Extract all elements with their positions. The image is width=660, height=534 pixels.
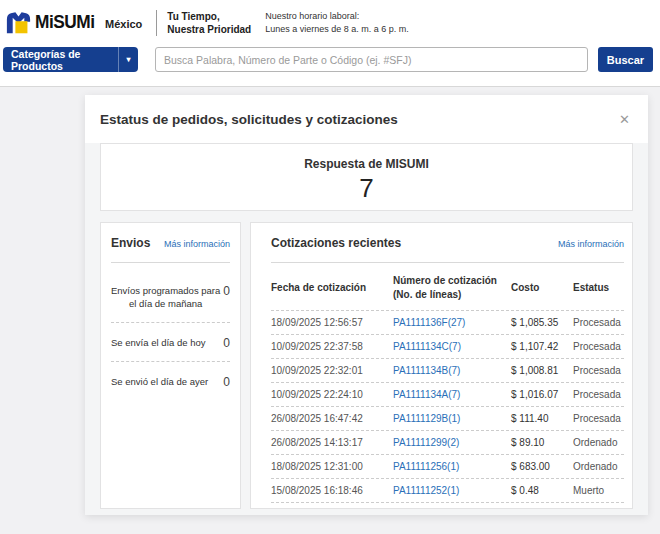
quote-number-link[interactable]: PA1111136F(27) bbox=[393, 317, 465, 328]
quotes-table-rows: 18/09/2025 12:56:57 PA1111136F(27) $ 1,0… bbox=[271, 310, 624, 503]
misumi-logo-icon bbox=[6, 11, 35, 35]
quote-cost: $ 111.40 bbox=[511, 413, 573, 424]
chevron-down-icon: ▾ bbox=[118, 47, 138, 72]
shipment-row-count: 0 bbox=[223, 336, 230, 350]
quote-cost: $ 683.00 bbox=[511, 461, 573, 472]
quote-row: 15/08/2025 16:18:46 PA11111252(1) $ 0.48… bbox=[271, 478, 624, 502]
quote-cost: $ 1,008.81 bbox=[511, 365, 573, 376]
quote-row: 26/08/2025 14:13:17 PA11111299(2) $ 89.1… bbox=[271, 430, 624, 454]
shipments-divider bbox=[111, 262, 230, 263]
popover-title: Estatus de pedidos, solicitudes y cotiza… bbox=[100, 112, 398, 127]
quote-row: 26/08/2025 16:47:42 PA1111129B(1) $ 111.… bbox=[271, 406, 624, 430]
response-label: Respuesta de MISUMI bbox=[101, 157, 632, 171]
quote-status: Procesada bbox=[573, 413, 624, 424]
shipment-row-count: 0 bbox=[223, 284, 230, 298]
quote-date: 18/08/2025 12:31:00 bbox=[271, 461, 393, 472]
quote-cost: $ 0.48 bbox=[511, 485, 573, 496]
quote-number-link[interactable]: PA1111129B(1) bbox=[393, 413, 460, 424]
quote-status: Ordenado bbox=[573, 437, 624, 448]
misumi-logo[interactable]: MiSUMi México bbox=[6, 11, 142, 35]
quote-status: Muerto bbox=[573, 485, 624, 496]
quote-number-link[interactable]: PA11111252(1) bbox=[393, 485, 459, 496]
quote-number-link[interactable]: PA1111134B(7) bbox=[393, 365, 460, 376]
response-count: 7 bbox=[101, 174, 632, 203]
quote-date: 10/09/2025 22:37:58 bbox=[271, 341, 393, 352]
quotes-more-info-link[interactable]: Más información bbox=[558, 239, 624, 249]
quote-date: 26/08/2025 14:13:17 bbox=[271, 437, 393, 448]
column-header-cost: Costo bbox=[511, 281, 573, 295]
quote-row: 10/09/2025 22:32:01 PA1111134B(7) $ 1,00… bbox=[271, 358, 624, 382]
quote-row: 10/09/2025 22:24:10 PA1111134A(7) $ 1,01… bbox=[271, 382, 624, 406]
business-hours: Nuestro horario laboral: Lunes a viernes… bbox=[265, 10, 409, 36]
brand-name: MiSUMi bbox=[35, 12, 95, 33]
shipments-more-info-link[interactable]: Más información bbox=[164, 239, 230, 249]
close-icon[interactable]: ✕ bbox=[617, 112, 632, 127]
quote-cost: $ 1,107.42 bbox=[511, 341, 573, 352]
quotes-title: Cotizaciones recientes bbox=[271, 236, 401, 250]
column-header-number: Número de cotización (No. de líneas) bbox=[393, 274, 511, 301]
quote-status: Procesada bbox=[573, 389, 624, 400]
shipment-row: Se envía el día de hoy 0 bbox=[111, 323, 230, 362]
search-button[interactable]: Buscar bbox=[598, 47, 653, 72]
shipments-rows: Envíos programados para el día de mañana… bbox=[111, 271, 230, 400]
shipment-row-label: Se envió el día de ayer bbox=[111, 375, 220, 388]
quote-cost: $ 89.10 bbox=[511, 437, 573, 448]
quote-number-link[interactable]: PA1111134C(7) bbox=[393, 341, 461, 352]
recent-quotes-card: Cotizaciones recientes Más información F… bbox=[250, 222, 633, 509]
popover-header: Estatus de pedidos, solicitudes y cotiza… bbox=[85, 95, 648, 143]
quote-row: 10/09/2025 22:37:58 PA1111134C(7) $ 1,10… bbox=[271, 334, 624, 358]
header-tagline: Tu Tiempo, Nuestra Prioridad bbox=[167, 10, 251, 36]
quotes-table-header: Fecha de cotización Número de cotización… bbox=[271, 274, 624, 310]
quote-cost: $ 1,016.07 bbox=[511, 389, 573, 400]
quote-number-link[interactable]: PA1111134A(7) bbox=[393, 389, 460, 400]
order-status-popover: Estatus de pedidos, solicitudes y cotiza… bbox=[85, 95, 648, 515]
search-input[interactable] bbox=[155, 47, 588, 72]
quote-date: 10/09/2025 22:24:10 bbox=[271, 389, 393, 400]
quote-cost: $ 1,085.35 bbox=[511, 317, 573, 328]
quotes-divider bbox=[271, 262, 624, 263]
column-header-date: Fecha de cotización bbox=[271, 281, 393, 295]
quote-date: 15/08/2025 16:18:46 bbox=[271, 485, 393, 496]
search-bar: Categorías de Productos ▾ Buscar bbox=[3, 47, 653, 72]
shipment-row-label: Envíos programados para el día de mañana bbox=[111, 284, 220, 311]
quote-status: Procesada bbox=[573, 365, 624, 376]
shipment-row-count: 0 bbox=[223, 375, 230, 389]
quote-status: Ordenado bbox=[573, 461, 624, 472]
quote-date: 18/09/2025 12:56:57 bbox=[271, 317, 393, 328]
shipments-title: Envios bbox=[111, 236, 150, 250]
quote-row: 18/08/2025 12:31:00 PA11111256(1) $ 683.… bbox=[271, 454, 624, 478]
quote-status: Procesada bbox=[573, 317, 624, 328]
shipment-row: Se envió el día de ayer 0 bbox=[111, 362, 230, 400]
quote-status: Procesada bbox=[573, 341, 624, 352]
quote-date: 26/08/2025 16:47:42 bbox=[271, 413, 393, 424]
product-categories-button[interactable]: Categorías de Productos ▾ bbox=[3, 47, 138, 72]
shipment-row: Envíos programados para el día de mañana… bbox=[111, 271, 230, 323]
brand-region: México bbox=[105, 18, 142, 30]
quote-number-link[interactable]: PA11111299(2) bbox=[393, 437, 459, 448]
shipment-row-label: Se envía el día de hoy bbox=[111, 336, 220, 349]
quote-date: 10/09/2025 22:32:01 bbox=[271, 365, 393, 376]
header-divider bbox=[156, 10, 157, 36]
misumi-response-card: Respuesta de MISUMI 7 bbox=[100, 143, 633, 211]
quote-row: 18/09/2025 12:56:57 PA1111136F(27) $ 1,0… bbox=[271, 310, 624, 334]
site-header: MiSUMi México Tu Tiempo, Nuestra Priorid… bbox=[0, 0, 660, 45]
quote-number-link[interactable]: PA11111256(1) bbox=[393, 461, 459, 472]
column-header-status: Estatus bbox=[573, 281, 624, 295]
shipments-card: Envios Más información Envíos programado… bbox=[100, 222, 241, 509]
